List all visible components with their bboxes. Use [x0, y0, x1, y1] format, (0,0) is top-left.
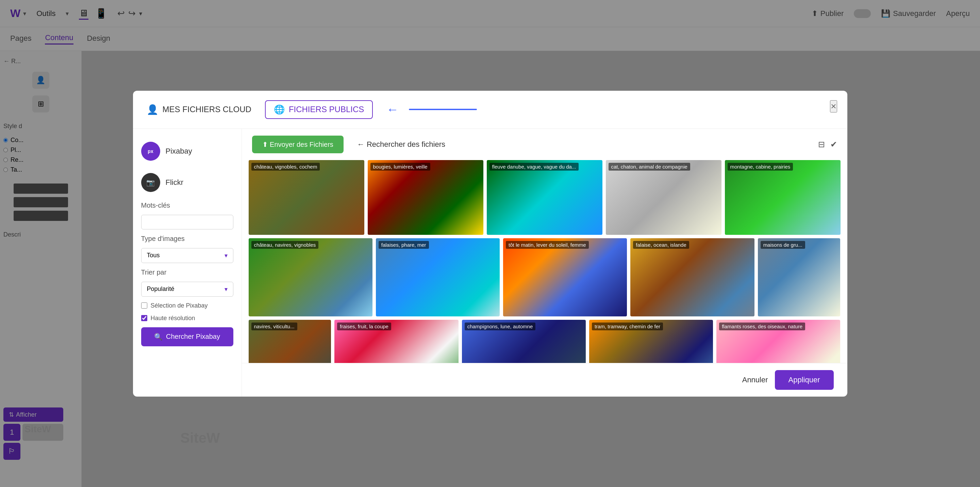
filter-section: Mots-clés Type d'images Tous ▾ Trier par…	[141, 201, 233, 346]
chercher-button[interactable]: 🔍 Chercher Pixabay	[141, 327, 233, 346]
image-label: flamants roses, des oiseaux, nature	[719, 322, 805, 330]
image-label: falaises, phare, mer	[379, 241, 429, 249]
mes-fichiers-label: MES FICHIERS CLOUD	[162, 105, 251, 114]
image-label: maisons de gru...	[760, 241, 805, 249]
image-item[interactable]: maisons de gru...	[758, 238, 840, 316]
mots-cles-input[interactable]	[141, 215, 233, 229]
flickr-label: Flickr	[165, 178, 184, 187]
image-label: tôt le matin, lever du soleil, femme	[506, 241, 589, 249]
image-label: fraises, fruit, la coupe	[337, 322, 391, 330]
arrow-icon: ←	[387, 102, 399, 117]
image-item[interactable]: navires, viticultu...	[249, 320, 331, 363]
image-item[interactable]: fleuve danube, vague, vague du da...	[487, 160, 603, 235]
image-label: château, vignobles, cochem	[251, 163, 320, 171]
type-images-label: Type d'images	[141, 235, 233, 243]
image-item[interactable]: tram, tramway, chemin de fer	[589, 320, 713, 363]
image-item[interactable]: falaises, phare, mer	[376, 238, 500, 316]
image-label: montagne, cabine, prairies	[728, 163, 793, 171]
checkbox-pixabay-label: Sélection de Pixabay	[151, 302, 208, 309]
image-label: fleuve danube, vague, vague du da...	[490, 163, 579, 171]
flickr-avatar: 📷	[141, 173, 160, 192]
image-label: champignons, lune, automne	[465, 322, 536, 330]
fichiers-publics-label: FICHIERS PUBLICS	[289, 105, 364, 114]
image-grid: château, vignobles, cochem bougies, lumi…	[242, 160, 847, 363]
search-files-label: ← Rechercher des fichiers	[357, 140, 445, 149]
image-item[interactable]: falaise, ocean, islande	[630, 238, 754, 316]
trier-par-value: Popularité	[147, 286, 175, 293]
image-label: cat, chaton, animal de compagnie	[609, 163, 690, 171]
check-icon[interactable]: ✔	[830, 140, 837, 149]
top-right-icons: ⊟ ✔	[818, 140, 837, 149]
modal-body: px Pixabay 📷 Flickr Mots-clés Type d'ima…	[133, 129, 847, 397]
arrow-line	[409, 109, 477, 110]
trier-par-label: Trier par	[141, 268, 233, 276]
image-item[interactable]: cat, chaton, animal de compagnie	[606, 160, 721, 235]
image-item[interactable]: tôt le matin, lever du soleil, femme	[503, 238, 627, 316]
checkbox-pixabay-input[interactable]	[141, 303, 147, 309]
image-item[interactable]: château, navires, vignobles	[249, 238, 372, 316]
checkbox-resolution-input[interactable]	[141, 315, 147, 321]
modal-dialog: 👤 MES FICHIERS CLOUD 🌐 FICHIERS PUBLICS …	[133, 91, 847, 397]
checkbox-resolution-label: Haute résolution	[151, 315, 195, 322]
type-images-value: Tous	[147, 252, 160, 259]
chercher-label: Chercher Pixabay	[166, 333, 220, 341]
image-item[interactable]: bougies, lumières, veille	[368, 160, 484, 235]
globe-icon: 🌐	[274, 104, 285, 115]
pixabay-label: Pixabay	[165, 147, 192, 155]
modal-header: 👤 MES FICHIERS CLOUD 🌐 FICHIERS PUBLICS …	[133, 91, 847, 129]
cancel-button[interactable]: Annuler	[742, 376, 768, 384]
type-images-chevron-icon: ▾	[224, 252, 228, 259]
image-item[interactable]: château, vignobles, cochem	[249, 160, 364, 235]
pixabay-avatar: px	[141, 142, 160, 161]
modal-close-button[interactable]: ×	[830, 100, 837, 113]
checkbox-pixabay[interactable]: Sélection de Pixabay	[141, 302, 233, 309]
image-row-2: château, navires, vignobles falaises, ph…	[249, 238, 840, 316]
upload-button[interactable]: ⬆ Envoyer des Fichiers	[252, 136, 344, 153]
image-row-3: navires, viticultu... fraises, fruit, la…	[249, 320, 840, 363]
trier-par-dropdown[interactable]: Popularité ▾	[141, 282, 233, 297]
image-label: tram, tramway, chemin de fer	[592, 322, 663, 330]
trier-par-chevron-icon: ▾	[224, 286, 228, 293]
pixabay-source[interactable]: px Pixabay	[141, 139, 233, 163]
image-row-1: château, vignobles, cochem bougies, lumi…	[249, 160, 840, 235]
sort-options-icon[interactable]: ⊟	[818, 140, 825, 149]
search-icon: 🔍	[154, 333, 162, 341]
mots-cles-label: Mots-clés	[141, 201, 233, 209]
modal-action-bar: ⬆ Envoyer des Fichiers ← Rechercher des …	[242, 129, 847, 160]
user-icon: 👤	[146, 104, 159, 115]
type-images-dropdown[interactable]: Tous ▾	[141, 248, 233, 263]
image-label: navires, viticultu...	[251, 322, 297, 330]
checkbox-resolution[interactable]: Haute résolution	[141, 315, 233, 322]
modal-overlay: 👤 MES FICHIERS CLOUD 🌐 FICHIERS PUBLICS …	[0, 0, 980, 487]
flickr-source[interactable]: 📷 Flickr	[141, 170, 233, 195]
image-label: falaise, ocean, islande	[633, 241, 689, 249]
modal-right-panel: ⬆ Envoyer des Fichiers ← Rechercher des …	[242, 129, 847, 397]
image-item[interactable]: fraises, fruit, la coupe	[334, 320, 458, 363]
fichiers-publics-tab[interactable]: 🌐 FICHIERS PUBLICS	[265, 100, 373, 119]
image-item[interactable]: montagne, cabine, prairies	[725, 160, 840, 235]
mes-fichiers-tab[interactable]: 👤 MES FICHIERS CLOUD	[146, 104, 251, 115]
image-label: bougies, lumières, veille	[371, 163, 430, 171]
modal-left-panel: px Pixabay 📷 Flickr Mots-clés Type d'ima…	[133, 129, 242, 397]
image-label: château, navires, vignobles	[251, 241, 319, 249]
modal-footer: Annuler Appliquer	[242, 363, 847, 397]
image-item[interactable]: flamants roses, des oiseaux, nature	[716, 320, 840, 363]
apply-button[interactable]: Appliquer	[775, 370, 834, 390]
image-item[interactable]: champignons, lune, automne	[462, 320, 586, 363]
